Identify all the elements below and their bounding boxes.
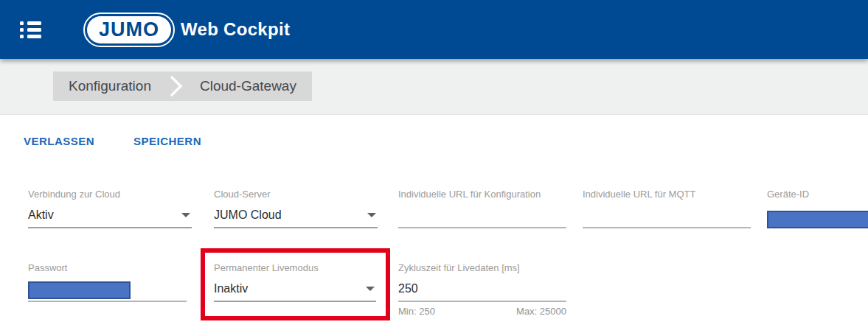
field-label: Cloud-Server [214,189,378,200]
field-label: Individuelle URL für Konfiguration [398,189,566,200]
breadcrumb-item-konfiguration[interactable]: Konfiguration [53,71,167,101]
field-permanenter-livemodus: Permanenter Livemodus Inaktiv [214,262,376,302]
menu-button[interactable] [20,21,42,38]
jumo-logo-text: JUMO [87,16,171,43]
redaction-box [28,281,131,299]
selected-value: Aktiv [28,208,54,222]
selected-value: Inaktiv [214,282,248,295]
speichern-button[interactable]: SPEICHERN [133,135,201,147]
livemodus-select[interactable]: Inaktiv [214,276,376,302]
field-geraete-id: Geräte-ID [767,189,868,228]
field-label: Permanenter Livemodus [214,262,376,274]
jumo-web-cockpit-screen: JUMO Web Cockpit Konfiguration Cloud-Gat… [0,0,868,333]
field-cloud-server: Cloud-Server JUMO Cloud [214,189,378,228]
app-header: JUMO Web Cockpit [0,0,868,59]
jumo-logo: JUMO [83,13,175,47]
field-url-konfiguration: Individuelle URL für Konfiguration [398,189,566,228]
dropdown-arrow-icon [367,213,376,217]
min-hint: Min: 250 [398,306,435,317]
breadcrumb-item-cloud-gateway[interactable]: Cloud-Gateway [184,71,312,101]
field-label: Passwort [28,262,187,274]
list-menu-icon [20,21,42,38]
redaction-box [767,211,868,228]
app-title: Web Cockpit [181,0,290,59]
chevron-right-icon [167,71,184,101]
selected-value: JUMO Cloud [214,208,282,222]
breadcrumb: Konfiguration Cloud-Gateway [53,71,312,101]
url-mqtt-input[interactable] [583,203,751,228]
geraete-id-input[interactable] [767,203,868,228]
field-label: Geräte-ID [767,189,868,200]
field-url-mqtt: Individuelle URL für MQTT [583,189,751,228]
url-konfiguration-input[interactable] [398,203,566,228]
field-label: Zykluszeit für Livedaten [ms] [398,262,566,274]
max-hint: Max: 25000 [516,306,566,317]
field-label: Verbindung zur Cloud [28,189,192,200]
passwort-input[interactable] [28,276,187,302]
breadcrumb-label: Konfiguration [69,78,151,94]
field-passwort: Passwort [28,262,187,302]
breadcrumb-bar: Konfiguration Cloud-Gateway [0,59,868,115]
field-zykluszeit: Zykluszeit für Livedaten [ms] 250 Min: 2… [398,262,566,317]
field-label: Individuelle URL für MQTT [583,189,751,200]
dropdown-arrow-icon [366,287,375,291]
input-value: 250 [398,282,418,295]
breadcrumb-label: Cloud-Gateway [200,78,296,94]
dropdown-arrow-icon [181,213,190,217]
verbindung-select[interactable]: Aktiv [28,203,192,228]
field-verbindung-zur-cloud: Verbindung zur Cloud Aktiv [28,189,192,228]
zykluszeit-input[interactable]: 250 [398,276,566,302]
zykluszeit-hints: Min: 250 Max: 25000 [398,306,566,317]
cloud-server-select[interactable]: JUMO Cloud [214,203,378,228]
verlassen-button[interactable]: VERLASSEN [24,135,94,147]
